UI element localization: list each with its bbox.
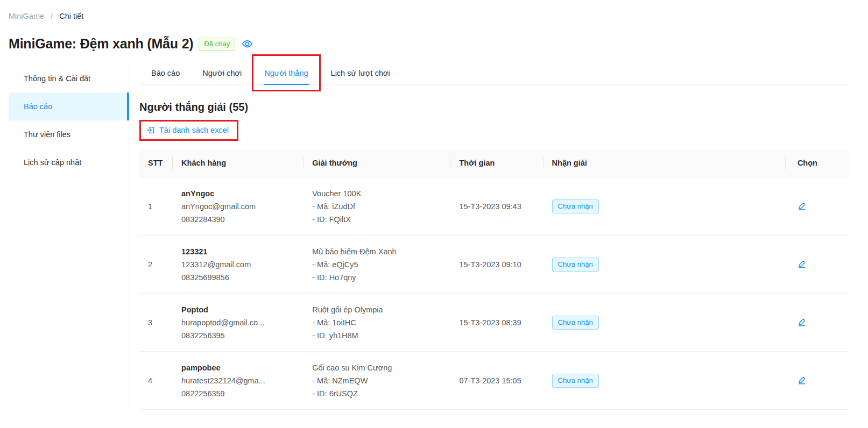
tab-nguoi-thang[interactable]: Người thắng bbox=[264, 61, 308, 84]
cell-time: 15-T3-2023 08:39 bbox=[450, 294, 543, 352]
cell-select bbox=[786, 294, 849, 352]
prize-name: Mũ bảo hiểm Đệm Xanh bbox=[312, 245, 442, 258]
sidebar-item-thong-tin[interactable]: Thông tin & Cài đặt bbox=[9, 65, 129, 92]
cell-prize: Gối cao su Kim Cương - Mã: NZmEQW - ID: … bbox=[304, 352, 450, 410]
main-content: Báo cáo Người chơi Người thắng Lịch sử l… bbox=[129, 60, 849, 410]
cell-select bbox=[786, 177, 849, 236]
edit-icon[interactable] bbox=[794, 259, 807, 268]
winners-table: STT Khách hàng Giải thưởng Thời gian Nhậ… bbox=[139, 149, 849, 410]
table-row: 4 pampobee huratest232124@gma... 0822256… bbox=[139, 352, 849, 410]
sidebar-item-label: Lịch sử cập nhật bbox=[24, 158, 81, 167]
breadcrumb-minigame[interactable]: MiniGame bbox=[9, 12, 44, 20]
prize-code: - Mã: NZmEQW bbox=[312, 374, 442, 387]
customer-name: Poptod bbox=[181, 303, 295, 316]
table-row: 3 Poptod hurapoptod@gmail.co... 08322563… bbox=[139, 294, 849, 352]
tab-bao-cao[interactable]: Báo cáo bbox=[151, 61, 180, 84]
export-icon bbox=[146, 126, 155, 134]
cell-time: 15-T3-2023 09:43 bbox=[450, 177, 543, 236]
customer-phone: 0832284390 bbox=[181, 213, 295, 226]
col-header-stt: STT bbox=[139, 149, 173, 177]
cell-time: 07-T3-2023 15:05 bbox=[450, 352, 543, 410]
table-row: 2 123321 123312@gmail.com 08325699856 Mũ… bbox=[139, 236, 849, 294]
tab-bar: Báo cáo Người chơi Người thắng Lịch sử l… bbox=[139, 61, 849, 85]
cell-claim-status: Chưa nhận bbox=[544, 177, 786, 236]
sidebar-item-label: Thông tin & Cài đặt bbox=[24, 74, 90, 83]
col-header-nhan-giai: Nhận giải bbox=[544, 149, 786, 177]
export-link-label: Tải danh sách excel bbox=[159, 126, 229, 134]
breadcrumb-separator: / bbox=[51, 12, 53, 20]
tab-label: Báo cáo bbox=[151, 69, 180, 77]
cell-select bbox=[786, 352, 849, 410]
cell-customer: anYngoc anYngoc@gmail.com 0832284390 bbox=[173, 177, 304, 236]
sidebar: Thông tin & Cài đặt Báo cáo Thư viện fil… bbox=[9, 60, 129, 410]
sidebar-item-label: Thư viện files bbox=[24, 130, 70, 139]
sidebar-item-lich-su-cap-nhat[interactable]: Lịch sử cập nhật bbox=[9, 148, 129, 176]
table-row: 1 anYngoc anYngoc@gmail.com 0832284390 V… bbox=[139, 177, 849, 236]
tab-label: Lịch sử lượt chơi bbox=[331, 69, 390, 77]
section-title: Người thắng giải (55) bbox=[139, 101, 849, 113]
prize-id: - ID: Ho7qny bbox=[312, 271, 442, 284]
cell-prize: Ruột gối ép Olympia - Mã: 1oiIHC - ID: y… bbox=[304, 294, 450, 352]
customer-email: 123312@gmail.com bbox=[181, 258, 295, 271]
cell-customer: 123321 123312@gmail.com 08325699856 bbox=[173, 236, 304, 294]
tab-label: Người thắng bbox=[264, 69, 308, 77]
cell-prize: Voucher 100K - Mã: iZudDf - ID: FQiltX bbox=[304, 177, 450, 236]
customer-name: anYngoc bbox=[181, 187, 295, 200]
sidebar-item-thu-vien-files[interactable]: Thư viện files bbox=[9, 120, 129, 148]
cell-stt: 1 bbox=[139, 177, 173, 236]
col-header-khach-hang: Khách hàng bbox=[173, 149, 304, 177]
prize-code: - Mã: 1oiIHC bbox=[312, 316, 442, 329]
breadcrumb: MiniGame / Chi tiết bbox=[9, 12, 850, 20]
prize-name: Ruột gối ép Olympia bbox=[312, 303, 442, 316]
cell-claim-status: Chưa nhận bbox=[544, 294, 786, 352]
cell-prize: Mũ bảo hiểm Đệm Xanh - Mã: eQjCy5 - ID: … bbox=[304, 236, 450, 294]
cell-customer: pampobee huratest232124@gma... 082225635… bbox=[173, 352, 304, 410]
col-header-giai-thuong: Giải thưởng bbox=[304, 149, 450, 177]
prize-name: Voucher 100K bbox=[312, 187, 442, 200]
cell-time: 15-T3-2023 09:10 bbox=[450, 236, 543, 294]
edit-icon[interactable] bbox=[794, 317, 807, 326]
tab-nguoi-choi[interactable]: Người chơi bbox=[202, 61, 242, 84]
claim-status-badge: Chưa nhận bbox=[552, 258, 599, 272]
customer-phone: 0832256395 bbox=[181, 329, 295, 342]
prize-id: - ID: yh1H8M bbox=[312, 329, 442, 342]
customer-name: 123321 bbox=[181, 245, 295, 258]
customer-email: huratest232124@gma... bbox=[181, 374, 295, 387]
prize-code: - Mã: eQjCy5 bbox=[312, 258, 442, 271]
cell-claim-status: Chưa nhận bbox=[544, 352, 786, 410]
page-title: MiniGame: Đệm xanh (Mẫu 2) bbox=[9, 36, 193, 52]
customer-name: pampobee bbox=[181, 361, 295, 374]
table-header-row: STT Khách hàng Giải thưởng Thời gian Nhậ… bbox=[139, 149, 849, 177]
prize-name: Gối cao su Kim Cương bbox=[312, 361, 442, 374]
status-badge: Đã chạy bbox=[199, 38, 235, 51]
col-header-chon: Chọn bbox=[786, 149, 849, 177]
cell-claim-status: Chưa nhận bbox=[544, 236, 786, 294]
claim-status-badge: Chưa nhận bbox=[552, 316, 599, 330]
prize-id: - ID: 6rUSQZ bbox=[312, 387, 442, 400]
tab-lich-su-luot-choi[interactable]: Lịch sử lượt chơi bbox=[330, 61, 391, 84]
prize-id: - ID: FQiltX bbox=[312, 213, 442, 226]
tab-label: Người chơi bbox=[202, 69, 242, 77]
edit-icon[interactable] bbox=[794, 201, 807, 210]
cell-stt: 3 bbox=[139, 294, 173, 352]
claim-status-badge: Chưa nhận bbox=[552, 199, 599, 213]
edit-icon[interactable] bbox=[794, 375, 807, 384]
title-row: MiniGame: Đệm xanh (Mẫu 2) Đã chạy bbox=[9, 36, 850, 52]
export-excel-link[interactable]: Tải danh sách excel bbox=[146, 126, 229, 134]
col-header-thoi-gian: Thời gian bbox=[450, 149, 543, 177]
red-annotation-box-export: Tải danh sách excel bbox=[139, 120, 238, 141]
prize-code: - Mã: iZudDf bbox=[312, 200, 442, 213]
cell-customer: Poptod hurapoptod@gmail.co... 0832256395 bbox=[173, 294, 304, 352]
claim-status-badge: Chưa nhận bbox=[552, 374, 599, 388]
page: MiniGame / Chi tiết MiniGame: Đệm xanh (… bbox=[0, 0, 868, 410]
cell-stt: 2 bbox=[139, 236, 173, 294]
customer-email: hurapoptod@gmail.co... bbox=[181, 316, 295, 329]
breadcrumb-current: Chi tiết bbox=[59, 12, 83, 20]
cell-stt: 4 bbox=[139, 352, 173, 410]
sidebar-item-label: Báo cáo bbox=[24, 102, 52, 111]
eye-icon[interactable] bbox=[242, 38, 253, 49]
cell-select bbox=[786, 236, 849, 294]
customer-phone: 08325699856 bbox=[181, 271, 295, 284]
active-tab-ink-bar bbox=[264, 84, 308, 85]
sidebar-item-bao-cao[interactable]: Báo cáo bbox=[9, 92, 129, 120]
